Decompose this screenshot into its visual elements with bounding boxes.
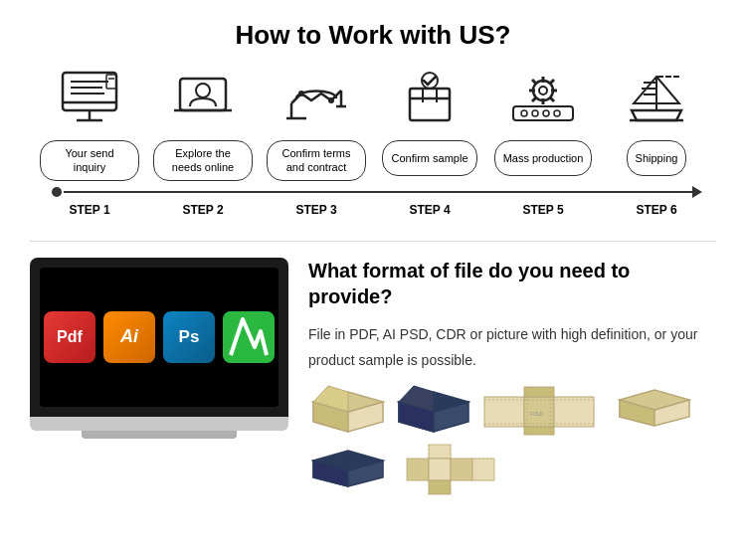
step-2-num-wrap: STEP 2 (153, 203, 253, 217)
step-2-label-wrap: Explore the needs online (153, 140, 253, 181)
step-6-num: STEP 6 (636, 203, 676, 217)
step-1-label-wrap: Your send inquiry (40, 140, 139, 181)
step-3-icon-wrap (267, 69, 366, 136)
box-6-svg (394, 443, 523, 497)
svg-point-34 (554, 110, 560, 116)
svg-rect-70 (451, 459, 472, 480)
step-6-icon (622, 69, 691, 134)
step-5-label-wrap: Mass production (493, 140, 593, 176)
step-3-num-wrap: STEP 3 (267, 203, 366, 217)
step-1-num: STEP 1 (69, 203, 109, 217)
svg-rect-53 (554, 397, 594, 427)
laptop-wrap: Pdf Ai Ps (30, 258, 288, 439)
svg-line-28 (550, 80, 554, 84)
section-divider (30, 241, 716, 242)
step-1-icon-wrap (40, 69, 139, 136)
svg-point-32 (532, 110, 538, 116)
step-5-num-wrap: STEP 5 (493, 203, 593, 217)
box-2-svg (394, 382, 473, 437)
boxes-illustration: FOLD (308, 382, 716, 497)
svg-rect-0 (63, 73, 116, 110)
step-3-num: STEP 3 (295, 203, 336, 217)
page-container: How to Work with US? (0, 0, 746, 517)
step-4-icon (395, 69, 465, 134)
steps-icons-row (30, 69, 716, 136)
step-6-label: Shipping (627, 140, 687, 176)
step-5-num: STEP 5 (522, 203, 563, 217)
svg-point-11 (196, 84, 210, 97)
box-5-svg (308, 443, 388, 487)
step-1-num-wrap: STEP 1 (40, 203, 139, 217)
step-4-label: Confirm sample (382, 140, 476, 176)
svg-point-21 (539, 87, 547, 94)
step-6-label-wrap: Shipping (607, 140, 706, 176)
svg-rect-54 (524, 387, 554, 397)
svg-rect-72 (429, 480, 451, 494)
timeline-line (64, 191, 696, 193)
box-1-svg (308, 382, 388, 437)
step-6-num-wrap: STEP 6 (607, 203, 706, 217)
timeline-row (30, 187, 716, 197)
steps-nums-row: STEP 1 STEP 2 STEP 3 STEP 4 STEP 5 STEP … (30, 203, 716, 217)
step-5-label: Mass production (494, 140, 593, 176)
svg-point-12 (298, 91, 304, 96)
pdf-icon: Pdf (44, 311, 95, 363)
svg-rect-68 (407, 459, 429, 480)
step-1-icon (55, 69, 124, 134)
svg-rect-51 (484, 397, 524, 427)
step-4-icon-wrap (380, 69, 479, 136)
step-5-icon (508, 69, 578, 134)
ps-icon: Ps (163, 311, 215, 363)
svg-rect-69 (429, 459, 451, 480)
step-4-num-wrap: STEP 4 (380, 203, 479, 217)
step-2-icon (168, 69, 238, 134)
step-4-label-wrap: Confirm sample (380, 140, 479, 176)
section-title: What format of file do you need to provi… (308, 258, 716, 309)
box-3-svg: FOLD (479, 382, 609, 437)
svg-point-13 (328, 97, 334, 103)
laptop-area: Pdf Ai Ps (30, 258, 288, 439)
svg-rect-18 (410, 89, 450, 120)
svg-point-33 (543, 110, 549, 116)
svg-line-29 (532, 97, 536, 101)
step-3-label: Confirm terms and contract (267, 140, 366, 181)
laptop-body: Pdf Ai Ps (30, 258, 288, 417)
svg-line-26 (532, 80, 536, 84)
step-5-icon-wrap (493, 69, 593, 136)
svg-rect-67 (429, 445, 451, 459)
laptop-base (30, 417, 288, 431)
bottom-section: Pdf Ai Ps What form (30, 258, 716, 497)
step-2-icon-wrap (153, 69, 253, 136)
svg-rect-55 (524, 427, 554, 435)
timeline-dot-1 (52, 187, 62, 197)
svg-text:FOLD: FOLD (530, 411, 544, 417)
bottom-right: What format of file do you need to provi… (308, 258, 716, 497)
indd-icon (223, 311, 275, 363)
laptop-screen: Pdf Ai Ps (40, 268, 279, 407)
step-4-num: STEP 4 (409, 203, 450, 217)
step-1-label: Your send inquiry (40, 140, 139, 181)
step-2-label: Explore the needs online (153, 140, 253, 181)
svg-line-27 (550, 97, 554, 101)
step-3-icon (281, 69, 351, 134)
steps-labels-row: Your send inquiry Explore the needs onli… (30, 140, 716, 181)
svg-point-31 (521, 110, 527, 116)
step-2-num: STEP 2 (182, 203, 223, 217)
box-4-svg (615, 382, 694, 427)
step-3-label-wrap: Confirm terms and contract (267, 140, 366, 181)
ai-icon: Ai (103, 311, 155, 363)
file-description: File in PDF, AI PSD, CDR or picture with… (308, 321, 716, 374)
step-6-icon-wrap (607, 69, 706, 136)
main-title: How to Work with US? (30, 20, 716, 51)
svg-rect-71 (472, 459, 494, 480)
steps-section: Your send inquiry Explore the needs onli… (30, 69, 716, 217)
